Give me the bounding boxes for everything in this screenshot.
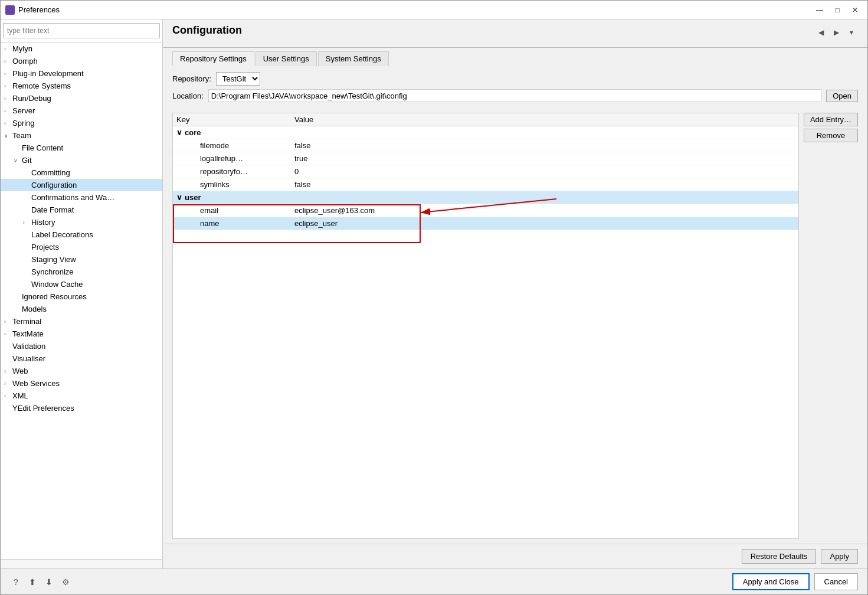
sidebar-item-validation[interactable]: Validation bbox=[1, 340, 162, 352]
page-title: Configuration bbox=[172, 24, 812, 37]
tree-container[interactable]: ›Mylyn›Oomph›Plug-in Development›Remote … bbox=[1, 42, 162, 559]
sidebar-item-confirmations[interactable]: Confirmations and Wa… bbox=[1, 191, 162, 204]
location-row: Location: Open bbox=[172, 89, 858, 102]
table-row-1[interactable]: filemodefalse bbox=[173, 139, 798, 152]
table-row-3[interactable]: repositoryfo…0 bbox=[173, 165, 798, 178]
table-row-4[interactable]: symlinksfalse bbox=[173, 178, 798, 191]
sidebar-item-models[interactable]: Models bbox=[1, 303, 162, 315]
sidebar-item-ignored-resources[interactable]: Ignored Resources bbox=[1, 290, 162, 303]
arrow-icon-server: › bbox=[4, 108, 10, 114]
search-input[interactable] bbox=[3, 23, 160, 38]
col-key-header: Key bbox=[176, 115, 294, 124]
sidebar-item-xml[interactable]: ›XML bbox=[1, 390, 162, 402]
toolbar-area: Configuration ◀ ▶ ▾ bbox=[163, 19, 867, 48]
sidebar-item-yedit[interactable]: YEdit Preferences bbox=[1, 402, 162, 414]
location-input[interactable] bbox=[208, 89, 821, 102]
apply-close-button[interactable]: Apply and Close bbox=[732, 573, 810, 590]
row-key-7: name bbox=[176, 219, 294, 228]
sidebar-item-server[interactable]: ›Server bbox=[1, 104, 162, 117]
horizontal-scrollbar[interactable] bbox=[1, 560, 162, 568]
sidebar-item-team[interactable]: ∨Team bbox=[1, 129, 162, 142]
sidebar-item-projects[interactable]: Projects bbox=[1, 241, 162, 253]
sidebar-label-label-decorations: Label Decorations bbox=[31, 230, 93, 239]
sidebar-item-remote-systems[interactable]: ›Remote Systems bbox=[1, 80, 162, 92]
table-row-6[interactable]: emaileclipse_user@163.com bbox=[173, 204, 798, 217]
sidebar-item-mylyn[interactable]: ›Mylyn bbox=[1, 42, 162, 55]
table-section: Key Value ∨ corefilemodefalselogallrefup… bbox=[172, 113, 858, 539]
sidebar-item-committing[interactable]: Committing bbox=[1, 166, 162, 179]
remove-button[interactable]: Remove bbox=[804, 129, 858, 142]
sidebar-label-xml: XML bbox=[12, 391, 28, 400]
arrow-icon-web: › bbox=[4, 368, 10, 374]
sidebar-label-file-content: File Content bbox=[22, 143, 63, 152]
sidebar-label-synchronize: Synchronize bbox=[31, 267, 74, 276]
section-label-0: ∨ core bbox=[176, 128, 294, 137]
sidebar-item-spring[interactable]: ›Spring bbox=[1, 117, 162, 129]
arrow-icon-terminal: › bbox=[4, 319, 10, 325]
sidebar-item-web[interactable]: ›Web bbox=[1, 365, 162, 377]
sidebar-item-git[interactable]: ∨Git bbox=[1, 154, 162, 166]
sidebar-item-plugin-dev[interactable]: ›Plug-in Development bbox=[1, 67, 162, 80]
back-button[interactable]: ◀ bbox=[814, 26, 827, 39]
table-row-2[interactable]: logallrefup…true bbox=[173, 152, 798, 165]
sidebar-item-history[interactable]: ›History bbox=[1, 216, 162, 228]
repo-select[interactable]: TestGit bbox=[216, 72, 260, 86]
sidebar-item-date-format[interactable]: Date Format bbox=[1, 204, 162, 216]
sidebar-item-window-cache[interactable]: Window Cache bbox=[1, 278, 162, 290]
col-value-header: Value bbox=[294, 115, 795, 124]
sidebar-label-plugin-dev: Plug-in Development bbox=[12, 69, 84, 78]
table-row-0[interactable]: ∨ core bbox=[173, 126, 798, 139]
apply-button[interactable]: Apply bbox=[821, 549, 858, 564]
dropdown-button[interactable]: ▾ bbox=[845, 26, 858, 39]
sidebar-item-synchronize[interactable]: Synchronize bbox=[1, 266, 162, 278]
forward-button[interactable]: ▶ bbox=[830, 26, 843, 39]
sidebar-item-terminal[interactable]: ›Terminal bbox=[1, 315, 162, 328]
sidebar-label-spring: Spring bbox=[12, 119, 35, 128]
section-label-5: ∨ user bbox=[176, 193, 294, 202]
tab-repo-settings[interactable]: Repository Settings bbox=[172, 51, 254, 66]
arrow-icon-remote-systems: › bbox=[4, 83, 10, 89]
collapse-icon-5: ∨ bbox=[176, 193, 182, 202]
tab-system-settings[interactable]: System Settings bbox=[318, 51, 389, 66]
row-key-0: ∨ core bbox=[176, 128, 294, 137]
table-row-7[interactable]: nameeclipse_user bbox=[173, 217, 798, 230]
sidebar-label-web: Web bbox=[12, 367, 28, 375]
row-value-4: false bbox=[294, 180, 795, 189]
sidebar-item-textmate[interactable]: ›TextMate bbox=[1, 328, 162, 340]
tab-user-settings[interactable]: User Settings bbox=[256, 51, 317, 66]
sidebar-label-history: History bbox=[31, 218, 55, 227]
arrow-icon-web-services: › bbox=[4, 381, 10, 387]
sidebar-item-oomph[interactable]: ›Oomph bbox=[1, 55, 162, 67]
import-icon[interactable]: ⬇ bbox=[43, 576, 55, 588]
sidebar-item-configuration[interactable]: Configuration bbox=[1, 179, 162, 191]
sidebar-item-label-decorations[interactable]: Label Decorations bbox=[1, 228, 162, 241]
help-icon[interactable]: ? bbox=[10, 576, 22, 588]
arrow-icon-oomph: › bbox=[4, 58, 10, 64]
sidebar-item-web-services[interactable]: ›Web Services bbox=[1, 377, 162, 390]
cancel-button[interactable]: Cancel bbox=[814, 573, 858, 590]
sidebar-item-run-debug[interactable]: ›Run/Debug bbox=[1, 92, 162, 104]
sidebar-item-file-content[interactable]: File Content bbox=[1, 142, 162, 154]
table-row-5[interactable]: ∨ user bbox=[173, 191, 798, 204]
sidebar-label-yedit: YEdit Preferences bbox=[12, 404, 74, 413]
settings-icon[interactable]: ⚙ bbox=[60, 576, 71, 588]
preferences-window: Preferences — □ ✕ ›Mylyn›Oomph›Plug-in D… bbox=[0, 0, 868, 595]
maximize-button[interactable]: □ bbox=[830, 4, 845, 16]
restore-defaults-button[interactable]: Restore Defaults bbox=[742, 549, 817, 564]
tabs-bar: Repository SettingsUser SettingsSystem S… bbox=[163, 48, 867, 66]
content-panel: Configuration ◀ ▶ ▾ Repository SettingsU… bbox=[163, 19, 867, 568]
minimize-button[interactable]: — bbox=[812, 4, 827, 16]
arrow-icon-xml: › bbox=[4, 393, 10, 399]
sidebar-item-visualiser[interactable]: Visualiser bbox=[1, 352, 162, 365]
arrow-icon-team: ∨ bbox=[4, 133, 10, 139]
sidebar-item-staging-view[interactable]: Staging View bbox=[1, 253, 162, 266]
main-container: ›Mylyn›Oomph›Plug-in Development›Remote … bbox=[1, 19, 867, 568]
export-icon[interactable]: ⬆ bbox=[27, 576, 38, 588]
sidebar-label-models: Models bbox=[22, 305, 47, 313]
add-entry-button[interactable]: Add Entry… bbox=[804, 113, 858, 126]
sidebar-label-staging-view: Staging View bbox=[31, 255, 76, 264]
close-button[interactable]: ✕ bbox=[847, 4, 863, 16]
table-body[interactable]: ∨ corefilemodefalselogallrefup…truerepos… bbox=[173, 126, 798, 536]
open-button[interactable]: Open bbox=[826, 90, 858, 102]
window-title: Preferences bbox=[18, 5, 808, 14]
